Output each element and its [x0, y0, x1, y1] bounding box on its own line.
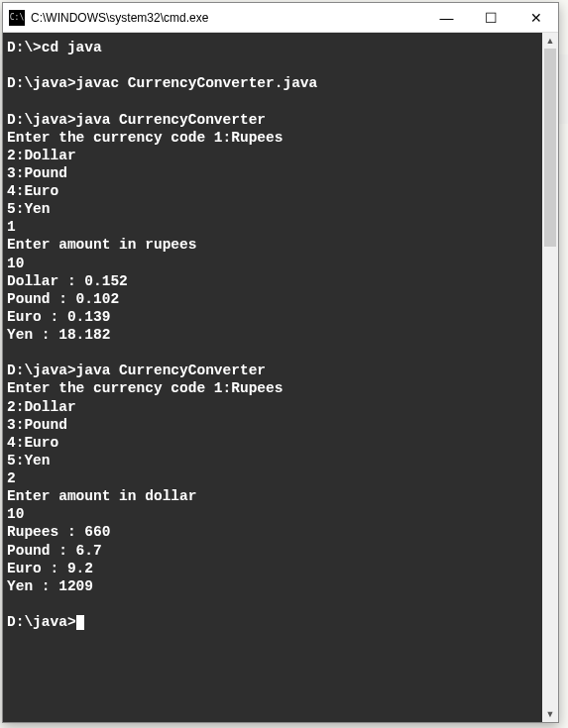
- cmd-window: C:\ C:\WINDOWS\system32\cmd.exe — ☐ ✕ D:…: [2, 2, 559, 723]
- titlebar[interactable]: C:\ C:\WINDOWS\system32\cmd.exe — ☐ ✕: [3, 3, 558, 33]
- titlebar-controls: — ☐ ✕: [424, 3, 558, 32]
- scroll-up-arrow-icon[interactable]: ▲: [542, 33, 558, 49]
- vertical-scrollbar[interactable]: ▲ ▼: [542, 33, 558, 722]
- terminal-text: D:\>cd java D:\java>javac CurrencyConver…: [7, 40, 317, 630]
- maximize-button[interactable]: ☐: [469, 3, 513, 32]
- close-button[interactable]: ✕: [513, 3, 558, 32]
- scroll-down-arrow-icon[interactable]: ▼: [542, 706, 558, 722]
- cmd-icon: C:\: [9, 10, 25, 26]
- window-title: C:\WINDOWS\system32\cmd.exe: [31, 11, 424, 25]
- terminal-output[interactable]: D:\>cd java D:\java>javac CurrencyConver…: [3, 33, 542, 722]
- scroll-thumb[interactable]: [544, 49, 556, 247]
- cursor: [76, 615, 84, 630]
- terminal-container: D:\>cd java D:\java>javac CurrencyConver…: [3, 33, 558, 722]
- minimize-button[interactable]: —: [424, 3, 469, 32]
